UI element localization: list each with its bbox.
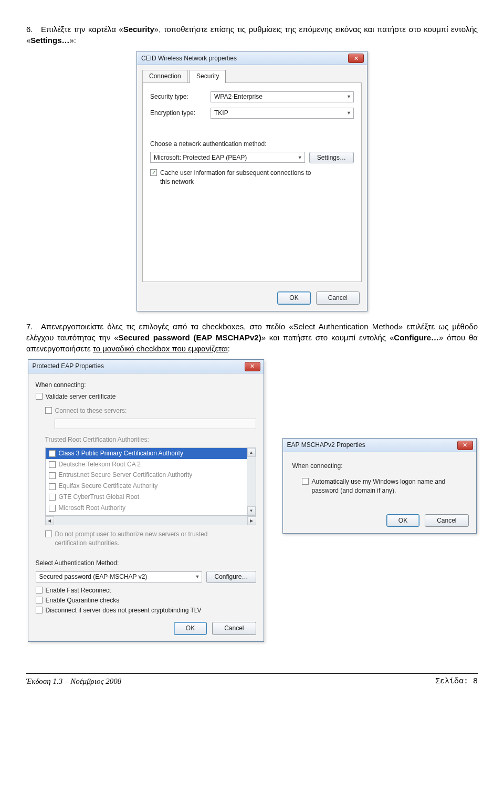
connect-servers-label: Connect to these servers: bbox=[55, 407, 127, 415]
security-type-combo[interactable]: WPA2-Enterprise ▼ bbox=[211, 91, 354, 102]
no-prompt-checkbox[interactable] bbox=[45, 530, 52, 537]
scroll-right-icon[interactable]: ▶ bbox=[247, 516, 256, 525]
vertical-scrollbar[interactable]: ▲ ▼ bbox=[247, 448, 256, 515]
close-icon[interactable]: ✕ bbox=[348, 54, 364, 63]
chevron-down-icon: ▼ bbox=[195, 574, 200, 580]
validate-cert-label: Validate server certificate bbox=[46, 392, 116, 401]
label-security-type: Security type: bbox=[150, 92, 211, 101]
auto-logon-label: Automatically use my Windows logon name … bbox=[312, 477, 459, 495]
step6-text: 6.Επιλέξτε την καρτέλα «Security», τοποθ… bbox=[26, 24, 478, 46]
chevron-down-icon: ▼ bbox=[346, 110, 351, 117]
item-checkbox[interactable] bbox=[49, 472, 56, 479]
auth-method-combo[interactable]: Microsoft: Protected EAP (PEAP) ▼ bbox=[150, 152, 305, 163]
footer-right: Σελίδα: 8 bbox=[435, 677, 478, 686]
when-connecting-label: When connecting: bbox=[292, 462, 467, 471]
item-checkbox[interactable] bbox=[49, 494, 56, 501]
ok-button[interactable]: OK bbox=[174, 622, 207, 635]
auto-logon-checkbox[interactable] bbox=[302, 478, 309, 485]
list-item[interactable]: Microsoft Root Certificate Authority bbox=[46, 514, 256, 516]
footer-rule bbox=[26, 673, 478, 674]
servers-input[interactable] bbox=[55, 419, 256, 429]
close-icon[interactable]: ✕ bbox=[457, 441, 473, 450]
scroll-left-icon[interactable]: ◀ bbox=[45, 516, 54, 525]
step7-num: 7. bbox=[26, 321, 41, 332]
label-choose-method: Choose a network authentication method: bbox=[150, 140, 354, 149]
settings-button[interactable]: Settings… bbox=[309, 152, 354, 164]
titlebar: Protected EAP Properties ✕ bbox=[28, 360, 264, 373]
encryption-type-combo[interactable]: TKIP ▼ bbox=[211, 108, 354, 119]
wireless-properties-dialog: CEID Wireless Network properties ✕ Conne… bbox=[136, 51, 368, 311]
label-encryption-type: Encryption type: bbox=[150, 109, 211, 118]
validate-cert-checkbox[interactable] bbox=[36, 393, 43, 400]
cache-checkbox[interactable]: ✓ bbox=[150, 169, 157, 176]
list-item[interactable]: Equifax Secure Certificate Authority bbox=[46, 481, 256, 492]
dialog-title: Protected EAP Properties bbox=[33, 362, 104, 371]
tab-security[interactable]: Security bbox=[190, 70, 226, 83]
cryptobind-label: Disconnect if server does not present cr… bbox=[46, 606, 202, 615]
cancel-button[interactable]: Cancel bbox=[425, 514, 468, 527]
quarantine-label: Enable Quarantine checks bbox=[46, 596, 120, 605]
chevron-down-icon: ▼ bbox=[298, 154, 302, 161]
horizontal-scrollbar[interactable]: ◀ ▶ bbox=[45, 516, 256, 525]
page-footer: Έκδοση 1.3 – Νοέμβριος 2008 Σελίδα: 8 bbox=[0, 677, 504, 696]
trusted-authorities-list[interactable]: Class 3 Public Primary Certification Aut… bbox=[45, 447, 256, 516]
list-item[interactable]: Deutsche Telekom Root CA 2 bbox=[46, 459, 256, 470]
list-item[interactable]: GTE CyberTrust Global Root bbox=[46, 492, 256, 503]
ok-button[interactable]: OK bbox=[277, 292, 310, 305]
footer-left: Έκδοση 1.3 – Νοέμβριος 2008 bbox=[26, 677, 121, 686]
cancel-button[interactable]: Cancel bbox=[212, 622, 256, 635]
list-item[interactable]: Microsoft Root Authority bbox=[46, 503, 256, 514]
select-auth-label: Select Authentication Method: bbox=[36, 559, 256, 568]
item-checkbox[interactable] bbox=[49, 450, 56, 457]
fast-reconnect-checkbox[interactable] bbox=[36, 587, 43, 594]
item-checkbox[interactable] bbox=[49, 505, 56, 512]
cryptobind-checkbox[interactable] bbox=[36, 607, 43, 613]
no-prompt-label: Do not prompt user to authorize new serv… bbox=[55, 530, 234, 548]
select-auth-combo[interactable]: Secured password (EAP-MSCHAP v2) ▼ bbox=[36, 571, 203, 582]
titlebar: EAP MSCHAPv2 Properties ✕ bbox=[283, 439, 476, 452]
when-connecting-label: When connecting: bbox=[36, 381, 256, 390]
scroll-down-icon[interactable]: ▼ bbox=[247, 506, 256, 515]
quarantine-checkbox[interactable] bbox=[36, 597, 43, 603]
dialog-title: CEID Wireless Network properties bbox=[141, 54, 237, 63]
step6-num: 6. bbox=[26, 24, 41, 35]
trusted-label: Trusted Root Certification Authorities: bbox=[45, 435, 256, 444]
close-icon[interactable]: ✕ bbox=[245, 362, 260, 371]
cancel-button[interactable]: Cancel bbox=[316, 292, 360, 305]
item-checkbox[interactable] bbox=[49, 461, 56, 468]
fast-reconnect-label: Enable Fast Reconnect bbox=[46, 586, 111, 595]
list-item[interactable]: Entrust.net Secure Server Certification … bbox=[46, 470, 256, 481]
cache-label: Cache user information for subsequent co… bbox=[160, 169, 318, 186]
mschapv2-properties-dialog: EAP MSCHAPv2 Properties ✕ When connectin… bbox=[282, 438, 477, 534]
chevron-down-icon: ▼ bbox=[346, 93, 351, 100]
dialog-title: EAP MSCHAPv2 Properties bbox=[287, 441, 365, 450]
tab-connection[interactable]: Connection bbox=[142, 70, 188, 83]
titlebar: CEID Wireless Network properties ✕ bbox=[137, 51, 367, 65]
connect-servers-checkbox[interactable] bbox=[45, 407, 52, 414]
configure-button[interactable]: Configure… bbox=[206, 571, 256, 583]
item-checkbox[interactable] bbox=[49, 483, 56, 490]
step7-text: 7.Απενεργοποιείστε όλες τις επιλογές από… bbox=[26, 321, 478, 354]
list-item[interactable]: Class 3 Public Primary Certification Aut… bbox=[46, 448, 256, 459]
peap-properties-dialog: Protected EAP Properties ✕ When connecti… bbox=[28, 359, 264, 642]
scroll-up-icon[interactable]: ▲ bbox=[247, 448, 256, 457]
ok-button[interactable]: OK bbox=[386, 514, 419, 527]
